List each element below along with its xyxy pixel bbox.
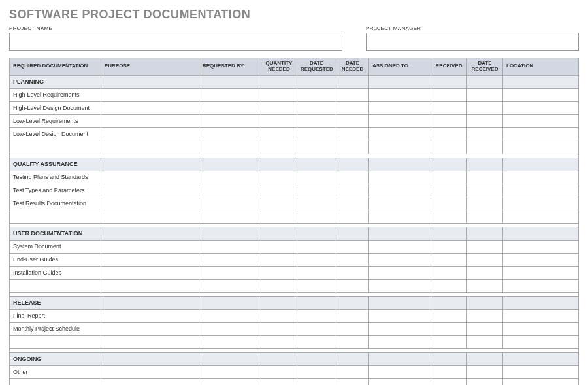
data-cell[interactable] <box>369 114 431 127</box>
data-cell[interactable] <box>467 378 503 385</box>
data-cell[interactable] <box>431 184 467 197</box>
doc-name-cell[interactable]: Installation Guides <box>10 266 101 279</box>
doc-name-cell[interactable]: High-Level Requirements <box>10 88 101 101</box>
data-cell[interactable] <box>101 127 199 141</box>
data-cell[interactable] <box>336 279 369 292</box>
data-cell[interactable] <box>199 184 261 197</box>
data-cell[interactable] <box>261 322 297 335</box>
data-cell[interactable] <box>431 322 467 335</box>
data-cell[interactable] <box>261 88 297 101</box>
data-cell[interactable] <box>336 240 369 253</box>
data-cell[interactable] <box>369 378 431 385</box>
data-cell[interactable] <box>369 184 431 197</box>
data-cell[interactable] <box>101 88 199 101</box>
data-cell[interactable] <box>199 335 261 348</box>
data-cell[interactable] <box>199 197 261 210</box>
doc-name-cell[interactable] <box>10 378 101 385</box>
data-cell[interactable] <box>503 88 579 101</box>
data-cell[interactable] <box>431 279 467 292</box>
data-cell[interactable] <box>369 127 431 141</box>
project-manager-input[interactable] <box>366 33 579 51</box>
data-cell[interactable] <box>503 309 579 322</box>
data-cell[interactable] <box>431 88 467 101</box>
data-cell[interactable] <box>297 335 336 348</box>
data-cell[interactable] <box>503 335 579 348</box>
data-cell[interactable] <box>199 101 261 114</box>
data-cell[interactable] <box>199 266 261 279</box>
data-cell[interactable] <box>467 240 503 253</box>
doc-name-cell[interactable]: Testing Plans and Standards <box>10 171 101 184</box>
doc-name-cell[interactable]: High-Level Design Document <box>10 101 101 114</box>
data-cell[interactable] <box>101 210 199 223</box>
data-cell[interactable] <box>369 141 431 154</box>
data-cell[interactable] <box>467 114 503 127</box>
doc-name-cell[interactable]: Test Types and Parameters <box>10 184 101 197</box>
data-cell[interactable] <box>261 378 297 385</box>
doc-name-cell[interactable]: Low-Level Requirements <box>10 114 101 127</box>
data-cell[interactable] <box>369 322 431 335</box>
data-cell[interactable] <box>503 127 579 141</box>
data-cell[interactable] <box>297 197 336 210</box>
doc-name-cell[interactable] <box>10 335 101 348</box>
data-cell[interactable] <box>336 365 369 378</box>
data-cell[interactable] <box>369 210 431 223</box>
data-cell[interactable] <box>467 210 503 223</box>
doc-name-cell[interactable]: End-User Guides <box>10 253 101 266</box>
data-cell[interactable] <box>199 322 261 335</box>
data-cell[interactable] <box>503 253 579 266</box>
data-cell[interactable] <box>369 88 431 101</box>
data-cell[interactable] <box>101 266 199 279</box>
data-cell[interactable] <box>101 141 199 154</box>
data-cell[interactable] <box>431 141 467 154</box>
data-cell[interactable] <box>336 101 369 114</box>
data-cell[interactable] <box>199 88 261 101</box>
data-cell[interactable] <box>503 365 579 378</box>
data-cell[interactable] <box>467 88 503 101</box>
data-cell[interactable] <box>369 240 431 253</box>
data-cell[interactable] <box>101 171 199 184</box>
data-cell[interactable] <box>336 127 369 141</box>
data-cell[interactable] <box>431 365 467 378</box>
data-cell[interactable] <box>431 309 467 322</box>
data-cell[interactable] <box>369 101 431 114</box>
data-cell[interactable] <box>503 266 579 279</box>
data-cell[interactable] <box>431 378 467 385</box>
data-cell[interactable] <box>261 365 297 378</box>
data-cell[interactable] <box>261 335 297 348</box>
data-cell[interactable] <box>101 240 199 253</box>
data-cell[interactable] <box>297 365 336 378</box>
data-cell[interactable] <box>297 127 336 141</box>
data-cell[interactable] <box>431 253 467 266</box>
data-cell[interactable] <box>297 141 336 154</box>
data-cell[interactable] <box>431 266 467 279</box>
data-cell[interactable] <box>297 240 336 253</box>
data-cell[interactable] <box>503 141 579 154</box>
data-cell[interactable] <box>261 253 297 266</box>
data-cell[interactable] <box>199 365 261 378</box>
data-cell[interactable] <box>503 240 579 253</box>
data-cell[interactable] <box>467 127 503 141</box>
doc-name-cell[interactable]: Test Results Documentation <box>10 197 101 210</box>
data-cell[interactable] <box>467 171 503 184</box>
data-cell[interactable] <box>101 101 199 114</box>
data-cell[interactable] <box>261 141 297 154</box>
data-cell[interactable] <box>199 171 261 184</box>
data-cell[interactable] <box>101 253 199 266</box>
data-cell[interactable] <box>101 184 199 197</box>
data-cell[interactable] <box>336 210 369 223</box>
data-cell[interactable] <box>467 101 503 114</box>
data-cell[interactable] <box>336 335 369 348</box>
data-cell[interactable] <box>336 184 369 197</box>
data-cell[interactable] <box>336 197 369 210</box>
data-cell[interactable] <box>467 184 503 197</box>
data-cell[interactable] <box>369 197 431 210</box>
data-cell[interactable] <box>101 365 199 378</box>
doc-name-cell[interactable]: System Document <box>10 240 101 253</box>
data-cell[interactable] <box>336 88 369 101</box>
data-cell[interactable] <box>199 279 261 292</box>
data-cell[interactable] <box>261 279 297 292</box>
data-cell[interactable] <box>336 253 369 266</box>
data-cell[interactable] <box>199 309 261 322</box>
data-cell[interactable] <box>101 309 199 322</box>
data-cell[interactable] <box>431 171 467 184</box>
